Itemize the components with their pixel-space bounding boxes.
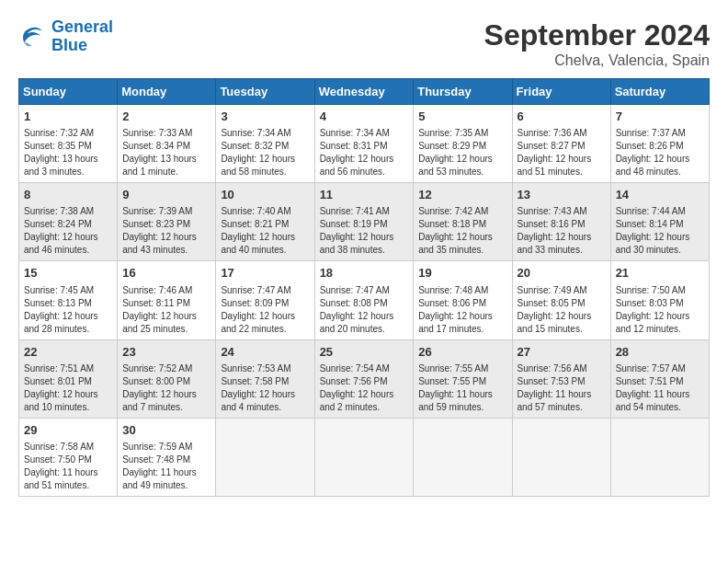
table-row: 7Sunrise: 7:37 AMSunset: 8:26 PMDaylight…	[610, 105, 709, 183]
table-row: 29Sunrise: 7:58 AMSunset: 7:50 PMDayligh…	[19, 418, 118, 496]
day-number: 4	[320, 109, 409, 125]
day-number: 3	[221, 109, 309, 125]
day-number: 1	[24, 109, 112, 125]
col-friday: Friday	[512, 79, 610, 105]
table-row: 12Sunrise: 7:42 AMSunset: 8:18 PMDayligh…	[414, 183, 512, 261]
day-content: Sunrise: 7:44 AMSunset: 8:14 PMDaylight:…	[616, 205, 704, 257]
table-row: 18Sunrise: 7:47 AMSunset: 8:08 PMDayligh…	[314, 261, 414, 339]
table-row: 20Sunrise: 7:49 AMSunset: 8:05 PMDayligh…	[512, 261, 610, 339]
day-content: Sunrise: 7:34 AMSunset: 8:31 PMDaylight:…	[320, 127, 409, 178]
day-content: Sunrise: 7:54 AMSunset: 7:56 PMDaylight:…	[320, 362, 409, 414]
day-content: Sunrise: 7:59 AMSunset: 7:48 PMDaylight:…	[122, 441, 210, 492]
day-number: 10	[221, 187, 309, 203]
day-content: Sunrise: 7:53 AMSunset: 7:58 PMDaylight:…	[221, 362, 309, 414]
day-number: 17	[221, 265, 309, 282]
day-number: 30	[122, 422, 210, 439]
table-row: 17Sunrise: 7:47 AMSunset: 8:09 PMDayligh…	[216, 261, 314, 339]
day-content: Sunrise: 7:34 AMSunset: 8:32 PMDaylight:…	[221, 127, 309, 178]
table-row	[512, 418, 610, 496]
day-number: 2	[122, 109, 210, 125]
col-sunday: Sunday	[19, 79, 118, 105]
day-number: 19	[418, 265, 506, 282]
table-row: 27Sunrise: 7:56 AMSunset: 7:53 PMDayligh…	[512, 339, 610, 418]
table-row: 22Sunrise: 7:51 AMSunset: 8:01 PMDayligh…	[19, 339, 118, 418]
day-number: 9	[122, 187, 210, 203]
day-content: Sunrise: 7:33 AMSunset: 8:34 PMDaylight:…	[122, 127, 210, 178]
calendar: Sunday Monday Tuesday Wednesday Thursday…	[18, 78, 710, 497]
table-row: 14Sunrise: 7:44 AMSunset: 8:14 PMDayligh…	[610, 183, 709, 261]
table-row: 16Sunrise: 7:46 AMSunset: 8:11 PMDayligh…	[118, 261, 216, 339]
table-row	[216, 418, 314, 496]
day-content: Sunrise: 7:40 AMSunset: 8:21 PMDaylight:…	[221, 205, 309, 257]
table-row: 5Sunrise: 7:35 AMSunset: 8:29 PMDaylight…	[414, 105, 512, 183]
table-row: 1Sunrise: 7:32 AMSunset: 8:35 PMDaylight…	[19, 105, 118, 183]
day-number: 21	[616, 265, 704, 282]
table-row: 21Sunrise: 7:50 AMSunset: 8:03 PMDayligh…	[610, 261, 709, 339]
logo-icon	[18, 22, 48, 52]
day-number: 13	[518, 187, 606, 203]
table-row: 28Sunrise: 7:57 AMSunset: 7:51 PMDayligh…	[610, 339, 709, 418]
day-number: 18	[320, 265, 409, 282]
table-row: 11Sunrise: 7:41 AMSunset: 8:19 PMDayligh…	[314, 183, 414, 261]
col-tuesday: Tuesday	[216, 79, 314, 105]
day-content: Sunrise: 7:42 AMSunset: 8:18 PMDaylight:…	[418, 205, 506, 257]
table-row: 9Sunrise: 7:39 AMSunset: 8:23 PMDaylight…	[118, 183, 216, 261]
day-number: 7	[616, 109, 704, 125]
table-row: 26Sunrise: 7:55 AMSunset: 7:55 PMDayligh…	[414, 339, 512, 418]
calendar-header-row: Sunday Monday Tuesday Wednesday Thursday…	[19, 79, 710, 105]
day-content: Sunrise: 7:57 AMSunset: 7:51 PMDaylight:…	[616, 362, 704, 414]
day-number: 22	[24, 344, 112, 361]
location-title: Chelva, Valencia, Spain	[484, 52, 710, 69]
calendar-week-row: 1Sunrise: 7:32 AMSunset: 8:35 PMDaylight…	[19, 105, 710, 183]
day-content: Sunrise: 7:41 AMSunset: 8:19 PMDaylight:…	[320, 205, 409, 257]
table-row	[414, 418, 512, 496]
day-content: Sunrise: 7:48 AMSunset: 8:06 PMDaylight:…	[418, 284, 506, 336]
day-number: 28	[616, 344, 704, 361]
col-thursday: Thursday	[414, 79, 512, 105]
table-row: 25Sunrise: 7:54 AMSunset: 7:56 PMDayligh…	[314, 339, 414, 418]
table-row	[314, 418, 414, 496]
day-content: Sunrise: 7:38 AMSunset: 8:24 PMDaylight:…	[24, 205, 112, 257]
day-content: Sunrise: 7:49 AMSunset: 8:05 PMDaylight:…	[518, 284, 606, 336]
table-row: 10Sunrise: 7:40 AMSunset: 8:21 PMDayligh…	[216, 183, 314, 261]
day-number: 27	[518, 344, 606, 361]
day-number: 24	[221, 344, 309, 361]
table-row: 3Sunrise: 7:34 AMSunset: 8:32 PMDaylight…	[216, 105, 314, 183]
day-content: Sunrise: 7:45 AMSunset: 8:13 PMDaylight:…	[24, 284, 112, 336]
day-content: Sunrise: 7:51 AMSunset: 8:01 PMDaylight:…	[24, 362, 112, 414]
day-content: Sunrise: 7:46 AMSunset: 8:11 PMDaylight:…	[122, 284, 210, 336]
table-row: 13Sunrise: 7:43 AMSunset: 8:16 PMDayligh…	[512, 183, 610, 261]
day-number: 26	[418, 344, 506, 361]
day-content: Sunrise: 7:47 AMSunset: 8:09 PMDaylight:…	[221, 284, 309, 336]
day-number: 25	[320, 344, 409, 361]
logo-blue: Blue	[51, 36, 87, 54]
day-content: Sunrise: 7:58 AMSunset: 7:50 PMDaylight:…	[24, 441, 112, 492]
header: General Blue September 2024 Chelva, Vale…	[18, 18, 710, 69]
calendar-week-row: 22Sunrise: 7:51 AMSunset: 8:01 PMDayligh…	[19, 339, 710, 418]
day-content: Sunrise: 7:43 AMSunset: 8:16 PMDaylight:…	[518, 205, 606, 257]
col-saturday: Saturday	[610, 79, 709, 105]
day-content: Sunrise: 7:52 AMSunset: 8:00 PMDaylight:…	[122, 362, 210, 414]
logo-general: General	[51, 17, 113, 36]
day-number: 11	[320, 187, 409, 203]
col-monday: Monday	[118, 79, 216, 105]
calendar-week-row: 15Sunrise: 7:45 AMSunset: 8:13 PMDayligh…	[19, 261, 710, 339]
table-row: 24Sunrise: 7:53 AMSunset: 7:58 PMDayligh…	[216, 339, 314, 418]
day-number: 23	[122, 344, 210, 361]
table-row	[610, 418, 709, 496]
day-content: Sunrise: 7:37 AMSunset: 8:26 PMDaylight:…	[616, 127, 704, 178]
day-content: Sunrise: 7:35 AMSunset: 8:29 PMDaylight:…	[418, 127, 506, 178]
day-number: 20	[518, 265, 606, 282]
table-row: 4Sunrise: 7:34 AMSunset: 8:31 PMDaylight…	[314, 105, 414, 183]
month-title: September 2024	[484, 18, 710, 52]
day-number: 6	[518, 109, 606, 125]
table-row: 6Sunrise: 7:36 AMSunset: 8:27 PMDaylight…	[512, 105, 610, 183]
day-number: 12	[418, 187, 506, 203]
calendar-week-row: 8Sunrise: 7:38 AMSunset: 8:24 PMDaylight…	[19, 183, 710, 261]
day-number: 15	[24, 265, 112, 282]
table-row: 8Sunrise: 7:38 AMSunset: 8:24 PMDaylight…	[19, 183, 118, 261]
table-row: 23Sunrise: 7:52 AMSunset: 8:00 PMDayligh…	[118, 339, 216, 418]
day-content: Sunrise: 7:32 AMSunset: 8:35 PMDaylight:…	[24, 127, 112, 178]
day-number: 16	[122, 265, 210, 282]
day-number: 29	[24, 422, 112, 439]
